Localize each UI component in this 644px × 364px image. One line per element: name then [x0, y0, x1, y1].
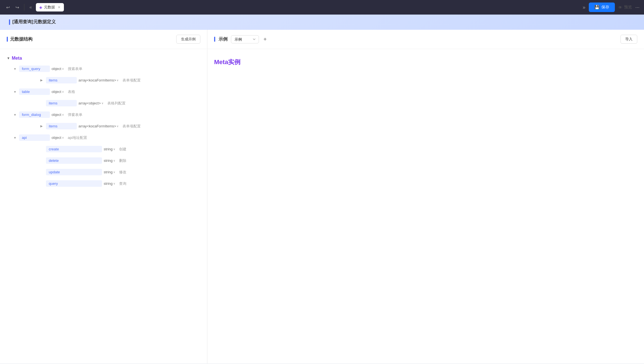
left-panel-title: 元数据结构 — [10, 36, 33, 42]
form-dialog-expand-icon[interactable]: ▼ — [13, 113, 17, 116]
generate-example-button[interactable]: 生成示例 — [176, 35, 200, 44]
save-icon: 💾 — [594, 5, 600, 10]
preview-icon: 👁 — [618, 5, 622, 10]
right-content: Meta实例 — [207, 49, 644, 363]
right-panel-indicator — [214, 37, 215, 42]
api-query-desc: 查询 — [119, 181, 126, 186]
form-dialog-items-field[interactable]: items — [46, 123, 77, 129]
form-query-row: ▼ form_query object∨ 搜索表单 — [13, 63, 207, 74]
form-dialog-items-row: ▶ items array<kocaFormItems>∨ 表单项配置 — [40, 120, 207, 132]
table-expand-icon[interactable]: ▼ — [13, 90, 17, 94]
tree-level1-form-query: ▼ form_query object∨ 搜索表单 ▶ items array<… — [0, 63, 207, 86]
meta-instance-title: Meta实例 — [214, 58, 637, 66]
form-dialog-field[interactable]: form_dialog — [19, 111, 50, 118]
nav-forward-icon: » — [583, 4, 585, 10]
api-query-row: ▶ query string∨ 查询 — [40, 178, 207, 189]
active-tab[interactable]: ◈ 元数据 ✕ — [36, 3, 64, 11]
tab-label: 元数据 — [44, 5, 55, 10]
tree-root-meta[interactable]: ▼ Meta — [0, 53, 207, 63]
form-dialog-type: object∨ — [52, 113, 64, 117]
tab-icon: ◈ — [39, 5, 42, 10]
meta-root-label: Meta — [12, 56, 22, 61]
tree-level2-api-children: ▶ create string∨ 创建 ▶ delete string∨ — [13, 143, 207, 189]
tab-close-icon[interactable]: ✕ — [58, 5, 61, 9]
table-type-chevron[interactable]: ∨ — [62, 90, 64, 93]
toolbar-divider-1 — [24, 4, 24, 11]
table-items-type: array<object>∨ — [78, 101, 103, 105]
save-label: 保存 — [601, 5, 609, 10]
form-dialog-desc: 弹窗表单 — [68, 112, 82, 117]
table-items-field[interactable]: items — [46, 100, 77, 106]
page-header: [通用查询]元数据定义 — [0, 15, 644, 30]
api-query-type-chevron[interactable]: ∨ — [113, 182, 115, 185]
api-delete-desc: 删除 — [119, 158, 126, 163]
api-delete-row: ▶ delete string∨ 删除 — [40, 155, 207, 166]
more-button[interactable]: ··· — [635, 4, 640, 10]
table-type: object∨ — [52, 90, 64, 94]
tree-level2-form-query-items: ▶ items array<kocaFormItems>∨ 表单项配置 — [13, 74, 207, 86]
tree-container: ▼ Meta ▼ form_query object∨ 搜索表单 ▶ — [0, 49, 207, 363]
api-create-desc: 创建 — [119, 147, 126, 152]
main-content: 元数据结构 生成示例 ▼ Meta ▼ form_query object∨ 搜… — [0, 30, 644, 363]
api-type-chevron[interactable]: ∨ — [62, 136, 64, 139]
api-desc: api地址配置 — [68, 135, 87, 140]
api-update-type-chevron[interactable]: ∨ — [113, 171, 115, 174]
api-create-type-chevron[interactable]: ∨ — [113, 148, 115, 151]
api-query-field[interactable]: query — [46, 180, 102, 187]
api-update-type: string∨ — [104, 170, 115, 174]
toolbar-right: » 💾 保存 👁 预览 ··· — [583, 3, 640, 12]
api-type: object∨ — [52, 136, 64, 140]
panel-indicator — [7, 37, 8, 42]
form-query-type: object∨ — [52, 67, 64, 71]
api-create-row: ▶ create string∨ 创建 — [40, 143, 207, 155]
form-dialog-items-desc: 表单项配置 — [122, 124, 141, 129]
table-desc: 表格 — [68, 89, 75, 94]
import-button[interactable]: 导入 — [620, 35, 637, 44]
table-items-type-chevron[interactable]: ∨ — [101, 102, 103, 105]
example-select[interactable]: 示例 — [231, 35, 259, 43]
api-delete-field[interactable]: delete — [46, 157, 102, 164]
page-header-indicator — [9, 19, 10, 25]
fq-items-type-chevron[interactable]: ∨ — [117, 79, 119, 82]
redo-button[interactable]: ↪ — [14, 3, 21, 12]
tree-level2-table-items: ▶ items array<object>∨ 表格列配置 — [13, 97, 207, 109]
api-delete-type-chevron[interactable]: ∨ — [113, 159, 115, 162]
table-items-desc: 表格列配置 — [107, 101, 126, 106]
add-example-button[interactable]: + — [262, 36, 268, 43]
tree-level1-table: ▼ table object∨ 表格 ▶ items array<object>… — [0, 86, 207, 109]
fd-items-type-chevron[interactable]: ∨ — [117, 125, 119, 128]
preview-button[interactable]: 👁 预览 — [618, 5, 632, 10]
tree-level2-form-dialog-items: ▶ items array<kocaFormItems>∨ 表单项配置 — [13, 120, 207, 132]
form-query-items-field[interactable]: items — [46, 77, 77, 83]
form-query-expand-icon[interactable]: ▼ — [13, 67, 17, 71]
api-update-desc: 修改 — [119, 170, 126, 175]
api-field[interactable]: api — [19, 134, 50, 141]
right-panel: 示例 示例 + 导入 Meta实例 — [207, 30, 644, 363]
form-query-items-row: ▶ items array<kocaFormItems>∨ 表单项配置 — [40, 74, 207, 86]
api-delete-type: string∨ — [104, 158, 115, 163]
tree-level1-form-dialog: ▼ form_dialog object∨ 弹窗表单 ▶ items array… — [0, 109, 207, 132]
form-dialog-type-chevron[interactable]: ∨ — [62, 113, 64, 116]
form-query-field[interactable]: form_query — [19, 66, 50, 72]
table-items-row: ▶ items array<object>∨ 表格列配置 — [40, 97, 207, 109]
table-row: ▼ table object∨ 表格 — [13, 86, 207, 97]
api-create-field[interactable]: create — [46, 146, 102, 152]
table-field[interactable]: table — [19, 88, 50, 95]
panel-title-group: 元数据结构 — [7, 36, 33, 42]
form-query-items-desc: 表单项配置 — [122, 78, 141, 83]
meta-chevron-icon: ▼ — [7, 56, 10, 60]
undo-button[interactable]: ↩ — [4, 3, 11, 12]
right-panel-header: 示例 示例 + 导入 — [207, 30, 644, 49]
api-update-field[interactable]: update — [46, 169, 102, 175]
form-query-items-type: array<kocaFormItems>∨ — [78, 78, 119, 82]
save-button[interactable]: 💾 保存 — [589, 3, 615, 12]
api-expand-icon[interactable]: ▼ — [13, 136, 17, 139]
right-panel-title: 示例 — [219, 36, 228, 42]
left-panel-header: 元数据结构 生成示例 — [0, 30, 207, 49]
form-dialog-items-expand-icon[interactable]: ▶ — [40, 124, 44, 128]
nav-back-button[interactable]: « — [28, 3, 34, 11]
form-query-items-expand-icon[interactable]: ▶ — [40, 78, 44, 82]
form-query-type-chevron[interactable]: ∨ — [62, 67, 64, 70]
form-query-desc: 搜索表单 — [68, 66, 82, 71]
api-row: ▼ api object∨ api地址配置 — [13, 132, 207, 143]
